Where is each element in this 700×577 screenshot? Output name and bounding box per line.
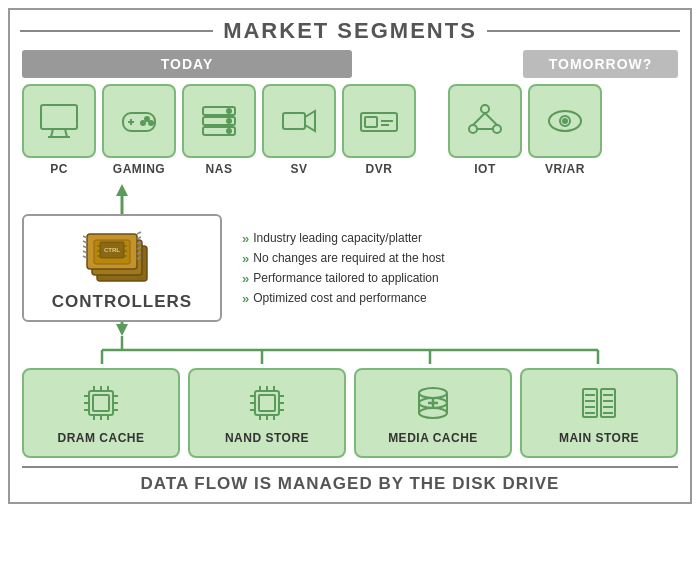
chip2-icon (245, 381, 289, 425)
svg-rect-19 (365, 117, 377, 127)
bullet-arrow-1: » (242, 231, 249, 246)
svg-point-89 (419, 388, 447, 398)
segment-gaming: GAMING (102, 84, 176, 176)
controller-chip-svg: CTRL (82, 226, 162, 286)
svg-point-7 (145, 117, 149, 121)
svg-rect-76 (259, 395, 275, 411)
storage-nand-box: NAND STORE (188, 368, 346, 458)
svg-marker-32 (116, 184, 128, 196)
chip-icon (79, 381, 123, 425)
monitor-icon (37, 99, 81, 143)
segment-nas: NAS (182, 84, 256, 176)
svg-point-15 (227, 129, 231, 133)
h-connector-svg (22, 336, 682, 364)
segment-pc-label: PC (50, 162, 68, 176)
arrow-up-svg (22, 184, 222, 214)
segment-gaming-box (102, 84, 176, 158)
segments-row: PC GAMING (10, 84, 690, 184)
svg-point-23 (469, 125, 477, 133)
svg-rect-0 (41, 105, 77, 129)
bullet-3: » Performance tailored to application (242, 271, 445, 286)
title-row: MARKET SEGMENTS (10, 10, 690, 50)
today-banner: TODAY (22, 50, 352, 78)
bullet-2: » No changes are required at the host (242, 251, 445, 266)
segment-vrar-box (528, 84, 602, 158)
controller-label: CONTROLLERS (52, 292, 192, 312)
nand-label: NAND STORE (225, 431, 309, 445)
bullet-arrow-2: » (242, 251, 249, 266)
svg-rect-62 (93, 395, 109, 411)
middle-section: CTRL CONTROLLERS » Industry leading capa… (22, 214, 445, 322)
arrow-down-area (22, 322, 222, 336)
storage-dram-box: DRAM CACHE (22, 368, 180, 458)
bullet-text-2: No changes are required at the host (253, 251, 444, 265)
storage-media-box: MEDIA CACHE (354, 368, 512, 458)
svg-point-9 (141, 121, 145, 125)
storage-icon (577, 381, 621, 425)
dram-label: DRAM CACHE (58, 431, 145, 445)
segment-pc-box (22, 84, 96, 158)
storage-media: MEDIA CACHE (354, 368, 512, 458)
svg-point-92 (419, 408, 447, 418)
storage-row-wrapper: DRAM CACHE NAND STORE (10, 368, 690, 466)
storage-main: MAIN STORE (520, 368, 678, 458)
svg-point-24 (493, 125, 501, 133)
svg-text:CTRL: CTRL (104, 247, 120, 253)
bullet-1: » Industry leading capacity/platter (242, 231, 445, 246)
segment-iot-box (448, 84, 522, 158)
database-icon (411, 381, 455, 425)
segment-sv-label: SV (290, 162, 307, 176)
svg-point-8 (149, 121, 153, 125)
bullet-arrow-3: » (242, 271, 249, 286)
svg-point-30 (563, 119, 567, 123)
main-container: MARKET SEGMENTS TODAY TOMORROW? PC (8, 8, 692, 504)
svg-rect-16 (283, 113, 305, 129)
segment-sv-box (262, 84, 336, 158)
banners-row: TODAY TOMORROW? (10, 50, 690, 84)
segment-nas-label: NAS (206, 162, 233, 176)
segment-pc: PC (22, 84, 96, 176)
eye-icon (543, 99, 587, 143)
segment-dvr: DVR (342, 84, 416, 176)
storage-main-box: MAIN STORE (520, 368, 678, 458)
controller-box: CTRL CONTROLLERS (22, 214, 222, 322)
storage-row: DRAM CACHE NAND STORE (22, 368, 678, 458)
svg-marker-54 (116, 324, 128, 336)
dvr-icon (357, 99, 401, 143)
segment-gaming-label: GAMING (113, 162, 165, 176)
connector-area (10, 336, 690, 368)
storage-dram: DRAM CACHE (22, 368, 180, 458)
tomorrow-banner: TOMORROW? (523, 50, 678, 78)
bullets-column: » Industry leading capacity/platter » No… (222, 214, 445, 322)
main-label: MAIN STORE (559, 431, 639, 445)
segment-dvr-box (342, 84, 416, 158)
svg-line-2 (65, 129, 67, 137)
storage-nand: NAND STORE (188, 368, 346, 458)
bottom-title: DATA FLOW IS MANAGED BY THE DISK DRIVE (141, 474, 560, 494)
segment-vrar-label: VR/AR (545, 162, 585, 176)
segment-vrar: VR/AR (528, 84, 602, 176)
gamepad-icon (117, 99, 161, 143)
svg-point-13 (227, 109, 231, 113)
svg-line-46 (137, 232, 141, 234)
segment-iot: IOT (448, 84, 522, 176)
svg-marker-17 (305, 111, 315, 131)
svg-line-26 (485, 113, 497, 125)
bullet-arrow-4: » (242, 291, 249, 306)
server-icon (197, 99, 241, 143)
media-label: MEDIA CACHE (388, 431, 478, 445)
page-title: MARKET SEGMENTS (223, 18, 477, 44)
network-icon (463, 99, 507, 143)
segment-nas-box (182, 84, 256, 158)
svg-point-22 (481, 105, 489, 113)
arrow-up-connector (22, 184, 678, 214)
bullet-4: » Optimized cost and performance (242, 291, 445, 306)
svg-line-25 (473, 113, 485, 125)
svg-point-14 (227, 119, 231, 123)
bullet-text-4: Optimized cost and performance (253, 291, 426, 305)
segment-sv: SV (262, 84, 336, 176)
segment-iot-label: IOT (474, 162, 496, 176)
segment-dvr-label: DVR (366, 162, 393, 176)
svg-line-1 (51, 129, 53, 137)
bullet-text-3: Performance tailored to application (253, 271, 438, 285)
